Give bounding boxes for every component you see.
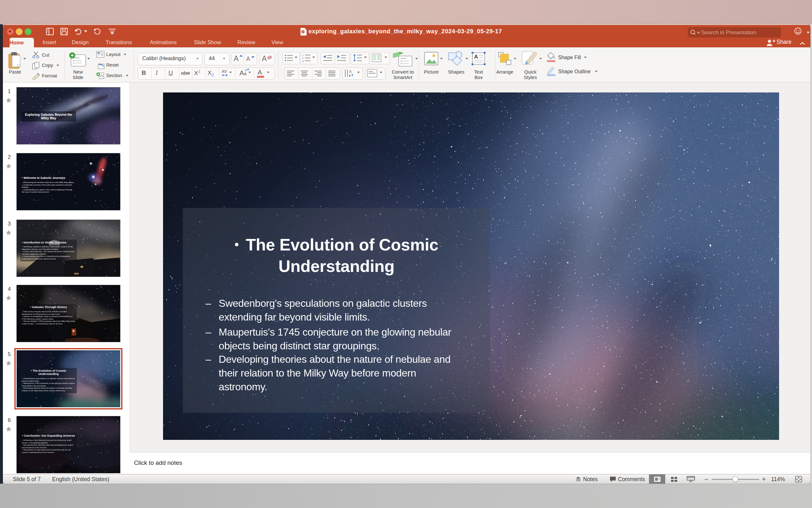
svg-text:P: P <box>302 31 304 34</box>
svg-text:A: A <box>349 70 352 74</box>
svg-text:2: 2 <box>302 57 304 60</box>
svg-text:1: 1 <box>302 54 304 57</box>
svg-text:A: A <box>474 54 478 60</box>
svg-text:3: 3 <box>302 60 304 62</box>
